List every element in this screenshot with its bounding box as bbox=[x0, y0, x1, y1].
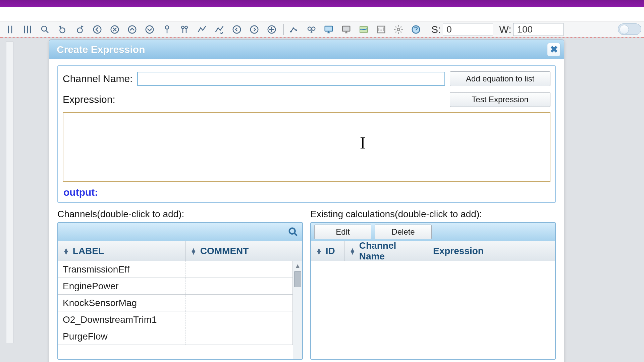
table-row[interactable]: TransmissionEff bbox=[58, 261, 293, 278]
close-icon[interactable]: ✖ bbox=[547, 43, 560, 56]
svg-point-1 bbox=[60, 28, 65, 33]
table-row[interactable]: O2_DownstreamTrim1 bbox=[58, 311, 293, 328]
help-icon[interactable] bbox=[408, 23, 424, 36]
sort-icon: ▲▼ bbox=[349, 248, 356, 254]
calc-col-expression-text: Expression bbox=[433, 246, 484, 256]
w-input[interactable] bbox=[513, 23, 564, 36]
channel-comment-cell bbox=[185, 311, 293, 328]
marker-a-icon[interactable] bbox=[159, 23, 175, 36]
zoom-cancel-icon[interactable] bbox=[107, 23, 123, 36]
svg-point-6 bbox=[146, 25, 154, 33]
channel-label-cell: PurgeFlow bbox=[58, 328, 185, 345]
search-icon[interactable] bbox=[287, 226, 299, 238]
channel-comment-cell bbox=[185, 261, 293, 278]
edit-button[interactable]: Edit bbox=[314, 225, 371, 239]
svg-point-7 bbox=[165, 25, 169, 29]
channels-col-comment[interactable]: ▲▼ COMMENT bbox=[185, 241, 302, 261]
svg-point-11 bbox=[251, 25, 258, 33]
zoom-left-icon[interactable] bbox=[89, 23, 105, 36]
line-icon[interactable] bbox=[194, 23, 210, 36]
gear-icon[interactable] bbox=[390, 23, 407, 36]
sort-icon: ▲▼ bbox=[63, 248, 69, 254]
scroll-up-icon[interactable]: ▲ bbox=[293, 262, 302, 269]
step-left-icon[interactable] bbox=[229, 23, 245, 36]
channel-name-input[interactable] bbox=[137, 72, 445, 86]
svg-point-17 bbox=[312, 27, 315, 30]
expression-textarea[interactable] bbox=[63, 112, 550, 182]
dialog-titlebar[interactable]: Create Expression ✖ bbox=[49, 40, 564, 59]
dialog-title: Create Expression bbox=[57, 44, 145, 55]
map-icon[interactable] bbox=[356, 23, 372, 36]
channels-scrollbar[interactable]: ▲ bbox=[293, 261, 302, 359]
cursor-icon[interactable] bbox=[2, 23, 18, 36]
undo-zoom-icon[interactable] bbox=[54, 23, 70, 36]
svg-point-8 bbox=[181, 26, 184, 29]
monitor-icon[interactable] bbox=[321, 23, 337, 36]
zoom-up-icon[interactable] bbox=[124, 23, 140, 36]
scroll-thumb[interactable] bbox=[294, 271, 301, 287]
channels-col-label[interactable]: ▲▼ LABEL bbox=[58, 241, 185, 261]
channels-header: Channels(double-click to add): bbox=[57, 209, 303, 220]
zoom-region-icon[interactable] bbox=[37, 23, 53, 36]
create-expression-dialog: Create Expression ✖ Channel Name: Add eq… bbox=[49, 40, 564, 362]
svg-point-24 bbox=[289, 228, 295, 234]
table-row[interactable]: KnockSensorMag bbox=[58, 295, 293, 311]
sort-icon: ▲▼ bbox=[190, 248, 197, 254]
add-equation-button[interactable]: Add equation to list bbox=[450, 71, 550, 86]
find-icon[interactable] bbox=[303, 23, 319, 36]
dialog-body: Channel Name: Add equation to list Expre… bbox=[49, 59, 564, 362]
expression-groupbox: Channel Name: Add equation to list Expre… bbox=[57, 65, 556, 203]
svg-point-3 bbox=[94, 25, 101, 33]
columns-icon[interactable] bbox=[19, 23, 36, 36]
fit-icon[interactable] bbox=[264, 23, 280, 36]
toggle-pill[interactable] bbox=[618, 23, 641, 35]
calculations-empty-body bbox=[311, 261, 555, 359]
step-right-icon[interactable] bbox=[246, 23, 262, 36]
app-top-whitespace bbox=[0, 7, 644, 21]
channel-label-cell: O2_DownstreamTrim1 bbox=[58, 311, 185, 328]
table-row[interactable]: EnginePower bbox=[58, 278, 293, 295]
calc-col-channel[interactable]: ▲▼ Channel Name bbox=[344, 241, 428, 261]
scatter-tool-icon[interactable] bbox=[286, 23, 302, 36]
app-top-accent bbox=[0, 0, 644, 7]
channel-label-cell: EnginePower bbox=[58, 278, 185, 294]
svg-point-2 bbox=[77, 28, 83, 33]
calculations-toolbar: Edit Delete bbox=[311, 223, 555, 241]
svg-rect-18 bbox=[325, 26, 333, 31]
channels-col-label-text: LABEL bbox=[73, 246, 104, 256]
s-input[interactable] bbox=[443, 23, 493, 36]
calculations-grid-header: ▲▼ ID ▲▼ Channel Name Expression bbox=[311, 241, 555, 261]
chart-icon[interactable] bbox=[373, 23, 389, 36]
expression-label: Expression: bbox=[63, 94, 115, 105]
channels-toolbar bbox=[58, 223, 302, 241]
svg-point-5 bbox=[128, 25, 136, 33]
line-edit-icon[interactable] bbox=[211, 23, 227, 36]
redo-zoom-icon[interactable] bbox=[72, 23, 88, 36]
channels-grid-header: ▲▼ LABEL ▲▼ COMMENT bbox=[58, 241, 302, 261]
calc-col-id[interactable]: ▲▼ ID bbox=[311, 241, 344, 261]
svg-point-16 bbox=[308, 27, 311, 30]
monitor-alt-icon[interactable] bbox=[338, 23, 354, 36]
s-label: S: bbox=[431, 24, 441, 35]
svg-point-22 bbox=[397, 28, 400, 31]
calculations-header: Existing calculations(double-click to ad… bbox=[310, 209, 556, 220]
channel-comment-cell bbox=[185, 295, 293, 311]
marker-b-icon[interactable] bbox=[176, 23, 193, 36]
channel-label-cell: KnockSensorMag bbox=[58, 295, 185, 311]
workspace-backdrop: Create Expression ✖ Channel Name: Add eq… bbox=[0, 38, 644, 362]
channel-comment-cell bbox=[185, 278, 293, 294]
main-toolbar: S: W: bbox=[0, 21, 644, 38]
zoom-down-icon[interactable] bbox=[142, 23, 158, 36]
svg-point-10 bbox=[233, 25, 241, 33]
svg-point-9 bbox=[185, 26, 187, 29]
test-expression-button[interactable]: Test Expression bbox=[450, 92, 550, 107]
output-label: output: bbox=[63, 185, 550, 199]
calc-col-id-text: ID bbox=[326, 246, 335, 256]
calculations-panel: Edit Delete ▲▼ ID ▲▼ Channel Name bbox=[310, 222, 556, 360]
calc-col-expression[interactable]: Expression bbox=[428, 241, 555, 261]
delete-button[interactable]: Delete bbox=[375, 225, 432, 239]
svg-rect-19 bbox=[342, 26, 350, 31]
w-label: W: bbox=[499, 24, 511, 35]
svg-point-0 bbox=[42, 26, 47, 31]
table-row[interactable]: PurgeFlow bbox=[58, 328, 293, 345]
